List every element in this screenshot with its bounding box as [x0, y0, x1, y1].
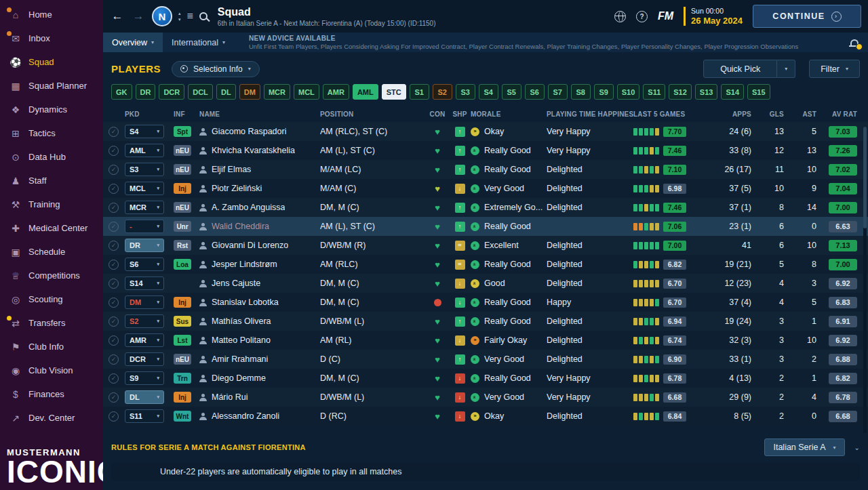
sidebar-item-schedule[interactable]: ▣Schedule	[0, 240, 103, 264]
row-checkbox[interactable]: ✓	[108, 127, 119, 137]
sidebar-item-club-vision[interactable]: ◉Club Vision	[0, 359, 103, 382]
row-checkbox[interactable]: ✓	[108, 298, 119, 308]
sidebar-item-staff[interactable]: ♟Staff	[0, 169, 103, 192]
pick-dropdown[interactable]: AMR▾	[125, 333, 164, 347]
pick-dropdown[interactable]: MCL▾	[125, 182, 164, 195]
row-checkbox[interactable]: ✓	[108, 335, 119, 346]
pick-dropdown[interactable]: AML▾	[125, 144, 164, 157]
info-badge[interactable]: Lst	[174, 335, 191, 346]
info-badge[interactable]: nEU	[174, 145, 191, 156]
info-badge[interactable]: nEU	[174, 164, 191, 175]
position-filter-s7[interactable]: S7	[548, 84, 568, 100]
search-icon[interactable]	[199, 12, 208, 20]
tab-overview[interactable]: Overview ▾	[103, 33, 163, 52]
info-badge[interactable]: Inj	[174, 297, 191, 308]
info-badge[interactable]: Inj	[174, 392, 191, 403]
column-header-morale[interactable]: MORALE	[471, 110, 547, 118]
row-checkbox[interactable]: ✓	[108, 373, 119, 384]
position-filter-s6[interactable]: S6	[525, 84, 545, 100]
club-switch-chevrons[interactable]: ▴▾	[178, 11, 181, 22]
pick-dropdown[interactable]: DR▾	[125, 239, 164, 252]
position-filter-s1[interactable]: S1	[410, 84, 429, 100]
sidebar-item-finances[interactable]: $Finances	[0, 382, 103, 406]
table-row[interactable]: ✓S4▾SptGiacomo RaspadoriAM (RLC), ST (C)…	[103, 122, 868, 141]
sidebar-item-home[interactable]: ⌂Home	[0, 3, 103, 26]
info-badge[interactable]: Sus	[174, 316, 191, 327]
position-filter-s3[interactable]: S3	[456, 84, 475, 100]
row-checkbox[interactable]: ✓	[108, 241, 119, 251]
filter-button[interactable]: Filter ▾	[809, 60, 860, 78]
table-row[interactable]: ✓MCL▾InjPiotr ZielińskiM/AM (C)♥↓»Very G…	[103, 179, 868, 198]
position-filter-s2[interactable]: S2	[433, 84, 452, 100]
sidebar-item-club-info[interactable]: ⚑Club Info	[0, 335, 103, 359]
notifications-button[interactable]	[841, 33, 868, 52]
menu-icon[interactable]: ≡	[187, 10, 193, 22]
sidebar-item-competitions[interactable]: ♕Competitions	[0, 264, 103, 287]
position-filter-s4[interactable]: S4	[479, 84, 498, 100]
pick-dropdown[interactable]: S9▾	[125, 371, 164, 385]
table-row[interactable]: ✓DM▾InjStanislav LobotkaDM, M (C)↓»Reall…	[103, 293, 868, 312]
info-badge[interactable]: Wnt	[174, 411, 191, 422]
column-header-pkd[interactable]: PKD	[125, 110, 174, 118]
scrollbar-thumb[interactable]	[863, 127, 867, 228]
table-row[interactable]: ✓S11▾WntAlessandro ZanoliD (RC)♥↓»OkayDe…	[103, 407, 868, 426]
column-header-playing-time-happiness[interactable]: PLAYING TIME HAPPINESS	[547, 110, 633, 118]
column-header-con[interactable]: CON	[426, 110, 449, 118]
position-filter-dl[interactable]: DL	[216, 84, 236, 100]
pick-dropdown[interactable]: MCR▾	[125, 201, 164, 214]
table-row[interactable]: ✓S2▾SusMathías OliveraD/WB/M (L)♥↑»Reall…	[103, 312, 868, 331]
advice-panel[interactable]: NEW ADVICE AVAILABLE Unfit First Team Pl…	[249, 33, 841, 52]
tab-international[interactable]: International ▾	[163, 33, 234, 52]
collapse-panel-chevron[interactable]: ⌄	[854, 444, 860, 451]
pick-dropdown[interactable]: -▾	[125, 220, 164, 233]
pick-dropdown[interactable]: S14▾	[125, 277, 164, 290]
row-checkbox[interactable]: ✓	[108, 184, 119, 194]
forward-button[interactable]: →	[131, 9, 146, 23]
pick-dropdown[interactable]: S3▾	[125, 163, 164, 176]
sidebar-item-tactics[interactable]: ⊞Tactics	[0, 121, 103, 145]
column-header-ast[interactable]: AST	[784, 110, 816, 118]
sidebar-item-dynamics[interactable]: ❖Dynamics	[0, 98, 103, 121]
selection-info-dropdown[interactable]: Selection Info ▾	[172, 61, 260, 77]
row-checkbox[interactable]: ✓	[108, 222, 119, 232]
row-checkbox[interactable]: ✓	[108, 260, 119, 270]
column-header-position[interactable]: POSITION	[320, 110, 426, 118]
row-checkbox[interactable]: ✓	[108, 203, 119, 213]
position-filter-s5[interactable]: S5	[502, 84, 521, 100]
sidebar-item-squad-planner[interactable]: ▦Squad Planner	[0, 74, 103, 98]
position-filter-mcr[interactable]: MCR	[264, 84, 290, 100]
table-row[interactable]: ✓MCR▾nEUA. Zambo AnguissaDM, M (C)♥↑»Ext…	[103, 198, 868, 217]
pick-dropdown[interactable]: S11▾	[125, 409, 164, 423]
pick-dropdown[interactable]: S4▾	[125, 125, 164, 138]
sidebar-item-transfers[interactable]: ⇄Transfers	[0, 311, 103, 335]
position-filter-s15[interactable]: S15	[747, 84, 770, 100]
column-header-av-rat[interactable]: AV RAT	[816, 110, 857, 118]
sidebar-item-inbox[interactable]: ✉Inbox	[0, 26, 103, 50]
info-badge[interactable]: Inj	[174, 183, 191, 194]
info-badge[interactable]: Rst	[174, 240, 191, 251]
table-row[interactable]: ✓AML▾nEUKhvicha KvaratskheliaAM (L), ST …	[103, 141, 868, 160]
position-filter-mcl[interactable]: MCL	[294, 84, 319, 100]
row-checkbox[interactable]: ✓	[108, 279, 119, 289]
position-filter-gk[interactable]: GK	[111, 84, 132, 100]
position-filter-dm[interactable]: DM	[239, 84, 260, 100]
column-header-apps[interactable]: APPS	[712, 110, 751, 118]
info-badge[interactable]: Spt	[174, 126, 191, 137]
table-scrollbar[interactable]	[863, 127, 867, 433]
pick-dropdown[interactable]: DL▾	[125, 390, 164, 404]
league-selector-dropdown[interactable]: Italian Serie A ▾	[764, 438, 844, 456]
position-filter-dcl[interactable]: DCL	[188, 84, 213, 100]
info-badge[interactable]: Trn	[174, 373, 191, 384]
position-filter-s8[interactable]: S8	[571, 84, 591, 100]
table-row[interactable]: ✓DCR▾nEUAmir RrahmaniD (C)♥↑»Very GoodDe…	[103, 350, 868, 369]
info-badge[interactable]: nEU	[174, 354, 191, 365]
position-filter-amr[interactable]: AMR	[323, 84, 349, 100]
table-row[interactable]: ✓AMR▾LstMatteo PolitanoAM (RL)♥↓»Fairly …	[103, 331, 868, 350]
position-filter-dr[interactable]: DR	[136, 84, 156, 100]
quick-pick-dropdown-arrow[interactable]: ▾	[777, 60, 795, 78]
column-header-shp[interactable]: SHP	[449, 110, 471, 118]
position-filter-aml[interactable]: AML	[353, 84, 378, 100]
row-checkbox[interactable]: ✓	[108, 165, 119, 175]
pick-dropdown[interactable]: DCR▾	[125, 352, 164, 366]
position-filter-stc[interactable]: STC	[382, 84, 406, 100]
